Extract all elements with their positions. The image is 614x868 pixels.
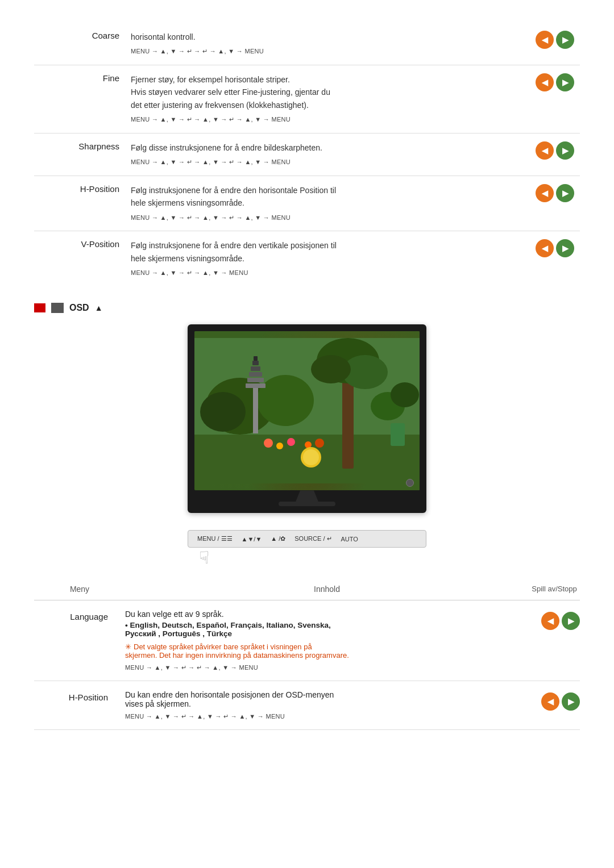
desc-main: Du kan velge ett av 9 språk. (125, 610, 529, 619)
osd-d-icon (34, 303, 45, 312)
menu-path: MENU → ▲, ▼ → ↵ → ▲, ▼ → ↵ → ▲, ▼ → MENU (125, 713, 529, 720)
row-description: Følg disse instruksjonene for å endre bi… (131, 141, 523, 154)
osd-monitor-icon (51, 303, 64, 313)
row-label-sharpness: Sharpness (34, 133, 125, 176)
next-button[interactable]: ▶ (562, 692, 580, 711)
nav-buttons: ◀ ▶ (536, 184, 574, 202)
next-button[interactable]: ▶ (556, 31, 574, 49)
prev-button[interactable]: ◀ (536, 239, 554, 257)
prev-button[interactable]: ◀ (536, 31, 554, 49)
brightness-control: ▲ /✿ (271, 535, 285, 542)
updown-control: ▲▼/▼ (242, 536, 262, 542)
menu-path: MENU → ▲, ▼ → ↵ → ▲, ▼ → MENU (131, 268, 523, 278)
svg-point-16 (264, 439, 273, 448)
row-label-vposition: V-Position (34, 231, 125, 286)
btn-col: ◀ ▶ (529, 133, 580, 176)
svg-rect-10 (254, 356, 258, 361)
control-bar: MENU / ☰☰ ▲▼/▼ ▲ /✿ SOURCE / ↵ AUTO (188, 530, 426, 548)
prev-button[interactable]: ◀ (541, 612, 559, 630)
garden-scene (194, 331, 420, 490)
btn-col: ◀ ▶ (529, 65, 580, 133)
osd-arrow: ▲ (95, 303, 103, 312)
bottom-btn-col: ◀ ▶ (529, 690, 580, 720)
svg-rect-8 (251, 366, 260, 371)
row-content: Fjerner støy, for eksempel horisontale s… (125, 65, 529, 133)
osd-label: OSD (69, 303, 89, 313)
header-spill: Spill av/Stopp (529, 585, 580, 594)
svg-point-17 (276, 443, 283, 449)
row-content: Følg disse instruksjonene for å endre bi… (125, 133, 529, 176)
menu-path: MENU → ▲, ▼ → ↵ → ▲, ▼ → ↵ → ▲, ▼ → MENU (131, 157, 523, 168)
nav-buttons: ◀ ▶ (536, 141, 574, 160)
table-row: Sharpness Følg disse instruksjonene for … (34, 133, 580, 176)
nav-buttons: ◀ ▶ (536, 239, 574, 257)
prev-button[interactable]: ◀ (536, 141, 554, 160)
monitor-screen (194, 331, 420, 490)
row-content: Følg instruksjonene for å endre den vert… (125, 231, 529, 286)
source-control: SOURCE / ↵ (294, 535, 331, 542)
osd-section: OSD ▲ (34, 303, 580, 313)
control-bar-container: MENU / ☰☰ ▲▼/▼ ▲ /✿ SOURCE / ↵ AUTO ☟ (34, 530, 580, 567)
hand-icon: ☟ (199, 548, 426, 567)
btn-col: ◀ ▶ (529, 231, 580, 286)
next-button[interactable]: ▶ (556, 239, 574, 257)
header-meny: Meny (34, 585, 125, 594)
row-content: horisontal kontroll. MENU → ▲, ▼ → ↵ → ↵… (125, 23, 529, 65)
bottom-content: Du kan endre den horisontale posisjonen … (125, 690, 529, 720)
auto-label: AUTO (341, 536, 358, 542)
nav-buttons: ◀ ▶ (541, 612, 580, 630)
brightness-label: ▲ /✿ (271, 535, 285, 542)
next-button[interactable]: ▶ (556, 141, 574, 160)
svg-rect-6 (247, 378, 264, 382)
bottom-table-row: H-Position Du kan endre den horisontale … (34, 681, 580, 730)
svg-point-3 (257, 375, 314, 426)
row-description: Fjerner støy, for eksempel horisontale s… (131, 73, 523, 111)
next-button[interactable]: ▶ (556, 184, 574, 202)
row-label-hposition: H-Position (34, 176, 125, 231)
table-row: H-Position Følg instruksjonene for å end… (34, 176, 580, 231)
menu-control: MENU / ☰☰ (197, 535, 233, 542)
menu-path: MENU → ▲, ▼ → ↵ → ↵ → ▲, ▼ → MENU (131, 47, 523, 57)
row-description: Følg instruksjonene for å endre den hori… (131, 184, 523, 210)
menu-path: MENU → ▲, ▼ → ↵ → ↵ → ▲, ▼ → MENU (125, 664, 529, 671)
prev-button[interactable]: ◀ (536, 73, 554, 91)
description: Du kan endre den horisontale posisjonen … (125, 690, 529, 708)
next-button[interactable]: ▶ (556, 73, 574, 91)
nav-buttons: ◀ ▶ (536, 73, 574, 91)
nav-buttons: ◀ ▶ (536, 31, 574, 49)
svg-rect-5 (246, 383, 265, 388)
bottom-table-row: Language Du kan velge ett av 9 språk.• E… (34, 600, 580, 681)
svg-rect-7 (249, 372, 262, 377)
menu-label: MENU / ☰☰ (197, 535, 233, 542)
prev-button[interactable]: ◀ (541, 692, 559, 711)
header-innhold: Innhold (125, 585, 529, 594)
table-header-row: Meny Innhold Spill av/Stopp (34, 579, 580, 600)
bottom-content: Du kan velge ett av 9 språk.• English, D… (125, 610, 529, 671)
menu-path: MENU → ▲, ▼ → ↵ → ▲, ▼ → ↵ → ▲, ▼ → MENU (131, 213, 523, 223)
next-button[interactable]: ▶ (562, 612, 580, 630)
svg-rect-9 (252, 361, 259, 365)
svg-rect-11 (253, 388, 258, 433)
source-label: SOURCE / ↵ (294, 535, 331, 542)
table-row: Coarse horisontal kontroll. MENU → ▲, ▼ … (34, 23, 580, 65)
row-description: horisontal kontroll. (131, 31, 523, 43)
table-row: V-Position Følg instruksjonene for å end… (34, 231, 580, 286)
btn-col: ◀ ▶ (529, 176, 580, 231)
menu-path: MENU → ▲, ▼ → ↵ → ▲, ▼ → ↵ → ▲, ▼ → MENU (131, 115, 523, 125)
svg-point-25 (391, 382, 419, 407)
row-description: Følg instruksjonene for å endre den vert… (131, 239, 523, 265)
bottom-section: Meny Innhold Spill av/Stopp Language Du … (34, 579, 580, 730)
monitor-frame (188, 324, 426, 513)
bottom-label-language: Language (34, 610, 125, 671)
svg-point-4 (200, 392, 246, 432)
prev-button[interactable]: ◀ (536, 184, 554, 202)
table-row: Fine Fjerner støy, for eksempel horisont… (34, 65, 580, 133)
svg-point-22 (303, 449, 319, 465)
bullet-list: • English, Deutsch, Español, Français, I… (125, 621, 529, 638)
monitor-container (34, 324, 580, 513)
settings-table: Coarse horisontal kontroll. MENU → ▲, ▼ … (34, 23, 580, 286)
auto-control: AUTO (341, 536, 358, 542)
row-content: Følg instruksjonene for å endre den hori… (125, 176, 529, 231)
svg-point-15 (311, 355, 351, 383)
row-label-fine: Fine (34, 65, 125, 133)
